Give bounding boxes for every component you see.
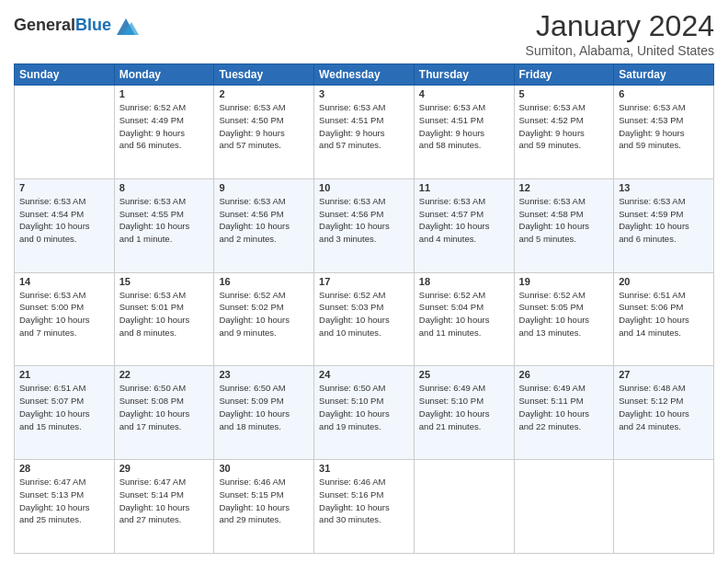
day-cell: 14Sunrise: 6:53 AM Sunset: 5:00 PM Dayli… <box>15 272 115 366</box>
logo: GeneralBlue <box>14 13 139 39</box>
day-info: Sunrise: 6:46 AM Sunset: 5:15 PM Dayligh… <box>219 476 309 526</box>
header: GeneralBlue January 2024 Sumiton, Alabam… <box>14 9 714 58</box>
day-info: Sunrise: 6:52 AM Sunset: 5:02 PM Dayligh… <box>219 289 309 339</box>
day-info: Sunrise: 6:53 AM Sunset: 4:50 PM Dayligh… <box>219 101 309 152</box>
week-row-3: 14Sunrise: 6:53 AM Sunset: 5:00 PM Dayli… <box>15 272 714 366</box>
title-block: January 2024 Sumiton, Alabama, United St… <box>526 9 714 58</box>
day-number: 11 <box>419 182 509 193</box>
day-cell: 13Sunrise: 6:53 AM Sunset: 4:59 PM Dayli… <box>614 178 714 272</box>
day-cell: 30Sunrise: 6:46 AM Sunset: 5:15 PM Dayli… <box>214 460 314 554</box>
day-info: Sunrise: 6:52 AM Sunset: 5:05 PM Dayligh… <box>519 289 609 339</box>
day-cell: 6Sunrise: 6:53 AM Sunset: 4:53 PM Daylig… <box>614 86 714 179</box>
day-info: Sunrise: 6:46 AM Sunset: 5:16 PM Dayligh… <box>319 476 409 526</box>
logo-general-text: General <box>14 16 75 34</box>
day-cell: 25Sunrise: 6:49 AM Sunset: 5:10 PM Dayli… <box>414 366 514 460</box>
day-cell <box>414 460 514 554</box>
day-cell: 7Sunrise: 6:53 AM Sunset: 4:54 PM Daylig… <box>15 178 115 272</box>
day-info: Sunrise: 6:50 AM Sunset: 5:08 PM Dayligh… <box>119 382 210 432</box>
day-info: Sunrise: 6:53 AM Sunset: 4:55 PM Dayligh… <box>119 195 210 246</box>
day-number: 30 <box>219 463 309 474</box>
day-cell: 15Sunrise: 6:53 AM Sunset: 5:01 PM Dayli… <box>114 272 214 366</box>
day-cell: 10Sunrise: 6:53 AM Sunset: 4:56 PM Dayli… <box>314 178 415 272</box>
month-title: January 2024 <box>526 9 714 43</box>
day-number: 15 <box>119 276 210 287</box>
day-number: 18 <box>419 276 509 287</box>
day-number: 31 <box>319 463 409 474</box>
day-number: 29 <box>119 463 210 474</box>
day-number: 5 <box>519 88 609 99</box>
day-cell: 16Sunrise: 6:52 AM Sunset: 5:02 PM Dayli… <box>214 272 314 366</box>
week-row-2: 7Sunrise: 6:53 AM Sunset: 4:54 PM Daylig… <box>15 178 714 272</box>
day-cell: 17Sunrise: 6:52 AM Sunset: 5:03 PM Dayli… <box>314 272 415 366</box>
day-cell <box>514 460 614 554</box>
header-cell-monday: Monday <box>114 64 214 86</box>
day-number: 26 <box>519 369 609 380</box>
header-cell-friday: Friday <box>514 64 614 86</box>
day-info: Sunrise: 6:52 AM Sunset: 5:04 PM Dayligh… <box>419 289 509 339</box>
calendar-header: SundayMondayTuesdayWednesdayThursdayFrid… <box>15 64 714 86</box>
day-info: Sunrise: 6:51 AM Sunset: 5:07 PM Dayligh… <box>19 382 109 432</box>
header-cell-saturday: Saturday <box>614 64 714 86</box>
day-number: 28 <box>19 463 109 474</box>
day-cell: 1Sunrise: 6:52 AM Sunset: 4:49 PM Daylig… <box>114 86 214 179</box>
logo-blue-text: Blue <box>75 16 111 34</box>
day-info: Sunrise: 6:50 AM Sunset: 5:09 PM Dayligh… <box>219 382 309 432</box>
day-info: Sunrise: 6:53 AM Sunset: 4:57 PM Dayligh… <box>419 195 509 246</box>
day-number: 24 <box>319 369 409 380</box>
day-number: 21 <box>19 369 109 380</box>
day-info: Sunrise: 6:52 AM Sunset: 5:03 PM Dayligh… <box>319 289 409 339</box>
day-number: 17 <box>319 276 409 287</box>
day-number: 16 <box>219 276 309 287</box>
day-number: 9 <box>219 182 309 193</box>
day-info: Sunrise: 6:53 AM Sunset: 4:53 PM Dayligh… <box>619 101 709 152</box>
day-cell: 4Sunrise: 6:53 AM Sunset: 4:51 PM Daylig… <box>414 86 514 179</box>
day-cell: 29Sunrise: 6:47 AM Sunset: 5:14 PM Dayli… <box>114 460 214 554</box>
header-cell-thursday: Thursday <box>414 64 514 86</box>
logo-icon <box>113 13 139 39</box>
day-info: Sunrise: 6:49 AM Sunset: 5:11 PM Dayligh… <box>519 382 609 432</box>
day-cell: 26Sunrise: 6:49 AM Sunset: 5:11 PM Dayli… <box>514 366 614 460</box>
calendar-body: 1Sunrise: 6:52 AM Sunset: 4:49 PM Daylig… <box>15 86 714 554</box>
day-number: 19 <box>519 276 609 287</box>
day-info: Sunrise: 6:53 AM Sunset: 5:01 PM Dayligh… <box>119 289 210 339</box>
header-cell-tuesday: Tuesday <box>214 64 314 86</box>
day-info: Sunrise: 6:51 AM Sunset: 5:06 PM Dayligh… <box>619 289 709 339</box>
day-number: 22 <box>119 369 210 380</box>
header-cell-sunday: Sunday <box>15 64 115 86</box>
day-number: 14 <box>19 276 109 287</box>
day-info: Sunrise: 6:50 AM Sunset: 5:10 PM Dayligh… <box>319 382 409 432</box>
day-cell: 19Sunrise: 6:52 AM Sunset: 5:05 PM Dayli… <box>514 272 614 366</box>
day-info: Sunrise: 6:52 AM Sunset: 4:49 PM Dayligh… <box>119 101 210 152</box>
day-number: 3 <box>319 88 409 99</box>
day-cell: 3Sunrise: 6:53 AM Sunset: 4:51 PM Daylig… <box>314 86 415 179</box>
day-info: Sunrise: 6:47 AM Sunset: 5:14 PM Dayligh… <box>119 476 210 526</box>
day-cell: 28Sunrise: 6:47 AM Sunset: 5:13 PM Dayli… <box>15 460 115 554</box>
day-cell: 2Sunrise: 6:53 AM Sunset: 4:50 PM Daylig… <box>214 86 314 179</box>
day-number: 12 <box>519 182 609 193</box>
calendar-table: SundayMondayTuesdayWednesdayThursdayFrid… <box>14 63 714 554</box>
day-info: Sunrise: 6:48 AM Sunset: 5:12 PM Dayligh… <box>619 382 709 432</box>
day-number: 25 <box>419 369 509 380</box>
day-cell <box>15 86 115 179</box>
day-number: 27 <box>619 369 709 380</box>
day-info: Sunrise: 6:53 AM Sunset: 5:00 PM Dayligh… <box>19 289 109 339</box>
day-info: Sunrise: 6:53 AM Sunset: 4:51 PM Dayligh… <box>419 101 509 152</box>
day-cell: 27Sunrise: 6:48 AM Sunset: 5:12 PM Dayli… <box>614 366 714 460</box>
day-info: Sunrise: 6:53 AM Sunset: 4:58 PM Dayligh… <box>519 195 609 246</box>
day-cell <box>614 460 714 554</box>
header-cell-wednesday: Wednesday <box>314 64 415 86</box>
day-info: Sunrise: 6:47 AM Sunset: 5:13 PM Dayligh… <box>19 476 109 526</box>
day-cell: 18Sunrise: 6:52 AM Sunset: 5:04 PM Dayli… <box>414 272 514 366</box>
day-cell: 20Sunrise: 6:51 AM Sunset: 5:06 PM Dayli… <box>614 272 714 366</box>
day-number: 20 <box>619 276 709 287</box>
day-cell: 21Sunrise: 6:51 AM Sunset: 5:07 PM Dayli… <box>15 366 115 460</box>
day-info: Sunrise: 6:53 AM Sunset: 4:54 PM Dayligh… <box>19 195 109 246</box>
day-cell: 23Sunrise: 6:50 AM Sunset: 5:09 PM Dayli… <box>214 366 314 460</box>
day-info: Sunrise: 6:53 AM Sunset: 4:56 PM Dayligh… <box>319 195 409 246</box>
day-cell: 24Sunrise: 6:50 AM Sunset: 5:10 PM Dayli… <box>314 366 415 460</box>
day-cell: 9Sunrise: 6:53 AM Sunset: 4:56 PM Daylig… <box>214 178 314 272</box>
day-number: 6 <box>619 88 709 99</box>
day-cell: 31Sunrise: 6:46 AM Sunset: 5:16 PM Dayli… <box>314 460 415 554</box>
day-number: 1 <box>119 88 210 99</box>
day-cell: 8Sunrise: 6:53 AM Sunset: 4:55 PM Daylig… <box>114 178 214 272</box>
